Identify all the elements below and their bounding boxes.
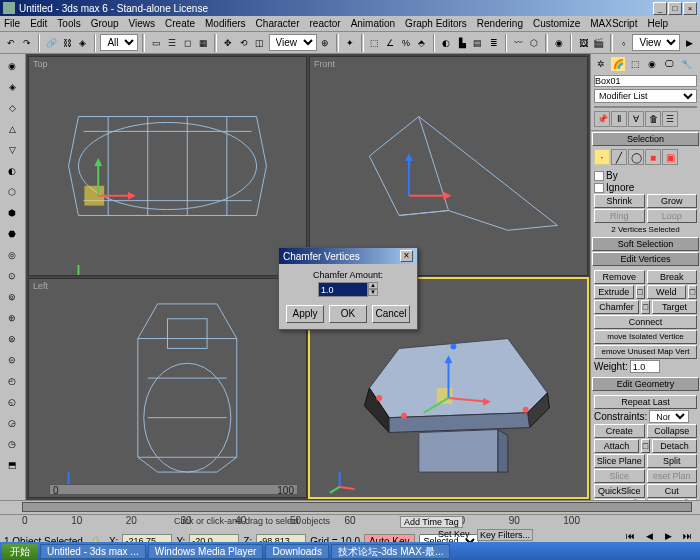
curve-editor-button[interactable]: 〰: [511, 34, 525, 52]
render-last-button[interactable]: ▶: [682, 34, 696, 52]
menu-group[interactable]: Group: [91, 18, 119, 29]
spinner-snap-button[interactable]: ⬘: [415, 34, 429, 52]
chamfer-settings[interactable]: □: [641, 300, 650, 314]
reactor-icon-10[interactable]: ◎: [2, 245, 22, 265]
reactor-icon-15[interactable]: ⊝: [2, 350, 22, 370]
create-tab-icon[interactable]: ✲: [593, 56, 609, 72]
reactor-icon-9[interactable]: ⬣: [2, 224, 22, 244]
motion-tab-icon[interactable]: ◉: [644, 56, 660, 72]
snap-button[interactable]: ⬚: [368, 34, 382, 52]
menu-help[interactable]: Help: [647, 18, 668, 29]
minimize-button[interactable]: _: [653, 2, 667, 15]
remove-mod-icon[interactable]: 🗑: [645, 111, 661, 127]
menu-animation[interactable]: Animation: [351, 18, 395, 29]
bind-button[interactable]: ◈: [76, 34, 90, 52]
reactor-icon-3[interactable]: ◇: [2, 98, 22, 118]
menu-views[interactable]: Views: [129, 18, 156, 29]
repeat-button[interactable]: Repeat Last: [594, 395, 697, 409]
vertex-subobj-icon[interactable]: ·: [594, 149, 610, 165]
pivot-button[interactable]: ⊕: [319, 34, 333, 52]
unique-icon[interactable]: ∀: [628, 111, 644, 127]
object-name-field[interactable]: [594, 75, 697, 87]
mirror-button[interactable]: ▙: [455, 34, 469, 52]
task-3[interactable]: Downloads: [265, 544, 328, 559]
timetag-button[interactable]: Add Time Tag: [400, 516, 463, 528]
layer-button[interactable]: ≣: [487, 34, 501, 52]
weight-input[interactable]: [630, 360, 660, 373]
named-sel-button[interactable]: ◐: [439, 34, 453, 52]
reactor-icon-8[interactable]: ⬢: [2, 203, 22, 223]
spin-up-icon[interactable]: ▲: [368, 282, 378, 289]
reactor-icon-18[interactable]: ◶: [2, 413, 22, 433]
undo-button[interactable]: ↶: [4, 34, 18, 52]
create-button[interactable]: Create: [594, 424, 645, 438]
attach-list[interactable]: □: [641, 439, 650, 453]
reactor-icon-5[interactable]: ▽: [2, 140, 22, 160]
manipulate-button[interactable]: ✦: [343, 34, 357, 52]
polygon-subobj-icon[interactable]: ■: [645, 149, 661, 165]
keyfilters-button[interactable]: Key Filters...: [477, 529, 533, 541]
detach-button[interactable]: Detach: [652, 439, 697, 453]
spin-down-icon[interactable]: ▼: [368, 289, 378, 296]
reactor-icon-16[interactable]: ◴: [2, 371, 22, 391]
editverts-rollout[interactable]: Edit Vertices: [592, 252, 699, 266]
menu-maxscript[interactable]: MAXScript: [590, 18, 637, 29]
element-subobj-icon[interactable]: ▣: [662, 149, 678, 165]
reactor-icon-4[interactable]: △: [2, 119, 22, 139]
reactor-icon-19[interactable]: ◷: [2, 434, 22, 454]
collapse-button[interactable]: Collapse: [647, 424, 698, 438]
break-button[interactable]: Break: [647, 270, 698, 284]
stack-head[interactable]: Editable Poly: [595, 107, 696, 108]
selection-filter[interactable]: All: [100, 34, 138, 51]
time-slider[interactable]: [0, 501, 700, 515]
extrude-button[interactable]: Extrude: [594, 285, 634, 299]
configure-icon[interactable]: ☰: [662, 111, 678, 127]
menu-reactor[interactable]: reactor: [310, 18, 341, 29]
menu-modifiers[interactable]: Modifiers: [205, 18, 246, 29]
task-2[interactable]: Windows Media Player: [148, 544, 264, 559]
chamfer-amount-input[interactable]: [318, 282, 368, 297]
cut-button[interactable]: Cut: [647, 484, 698, 498]
viewport-front[interactable]: Front: [309, 56, 588, 276]
hierarchy-tab-icon[interactable]: ⬚: [627, 56, 643, 72]
reactor-icon-12[interactable]: ⊚: [2, 287, 22, 307]
maximize-button[interactable]: □: [668, 2, 682, 15]
link-button[interactable]: 🔗: [44, 34, 58, 52]
sliceplane-button[interactable]: Slice Plane: [594, 454, 645, 468]
reactor-icon-13[interactable]: ⊛: [2, 308, 22, 328]
menu-create[interactable]: Create: [165, 18, 195, 29]
reactor-icon-20[interactable]: ⬒: [2, 455, 22, 475]
reactor-icon-11[interactable]: ⊙: [2, 266, 22, 286]
reactor-icon-1[interactable]: ◉: [2, 56, 22, 76]
editgeom-rollout[interactable]: Edit Geometry: [592, 377, 699, 391]
by-checkbox[interactable]: [594, 171, 604, 181]
ik-button[interactable]: ⬨: [617, 34, 631, 52]
render-preset[interactable]: View: [632, 34, 680, 51]
shrink-button[interactable]: Shrink: [594, 194, 645, 208]
setkey-button[interactable]: Set Key: [438, 529, 470, 539]
select-rect-button[interactable]: ◻: [181, 34, 195, 52]
dialog-titlebar[interactable]: Chamfer Vertices ×: [279, 248, 417, 264]
menu-character[interactable]: Character: [256, 18, 300, 29]
angle-snap-button[interactable]: ∠: [383, 34, 397, 52]
menu-customize[interactable]: Customize: [533, 18, 580, 29]
dialog-close-icon[interactable]: ×: [400, 250, 413, 262]
redo-button[interactable]: ↷: [20, 34, 34, 52]
attach-button[interactable]: Attach: [594, 439, 639, 453]
close-button[interactable]: ×: [683, 2, 697, 15]
selection-rollout[interactable]: Selection: [592, 132, 699, 146]
quick-render-button[interactable]: 🎬: [592, 34, 606, 52]
render-scene-button[interactable]: 🖼: [576, 34, 590, 52]
utilities-tab-icon[interactable]: 🔧: [678, 56, 694, 72]
start-button[interactable]: 开始: [2, 544, 38, 559]
constraints-select[interactable]: None: [649, 410, 689, 423]
unlink-button[interactable]: ⛓: [60, 34, 74, 52]
select-button[interactable]: ▭: [149, 34, 163, 52]
refcoord-select[interactable]: View: [269, 34, 317, 51]
remove-unmap-button[interactable]: emove Unused Map Vert: [594, 345, 697, 359]
menu-edit[interactable]: Edit: [30, 18, 47, 29]
viewport-left[interactable]: Left 0100: [28, 278, 307, 498]
move-button[interactable]: ✥: [221, 34, 235, 52]
qslice-button[interactable]: QuickSlice: [594, 484, 645, 498]
pin-stack-icon[interactable]: 📌: [594, 111, 610, 127]
